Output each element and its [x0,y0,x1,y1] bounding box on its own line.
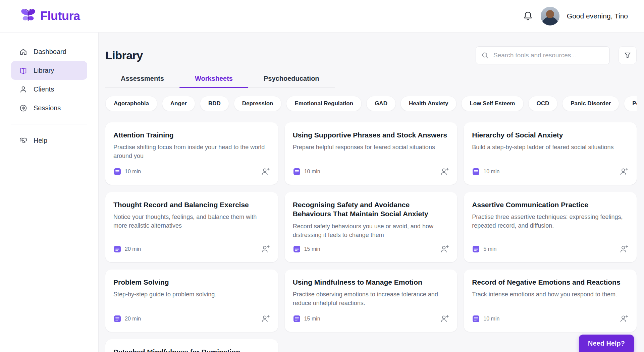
card-duration: 15 min [304,316,320,322]
card-assertive-communication-practice[interactable]: Assertive Communication Practice Practis… [464,192,637,262]
card-description: Prepare helpful responses for feared soc… [293,143,449,152]
assign-client-button[interactable] [261,314,270,324]
card-detached-mindfulness-for-rumination[interactable]: Detached Mindfulness for Rumination [105,339,278,352]
assign-client-button[interactable] [440,167,449,176]
filter-chip-perfectionism[interactable]: Perfectionism [624,96,637,111]
home-icon [19,48,28,56]
tab-assessments[interactable]: Assessments [105,74,179,87]
need-help-button[interactable]: Need Help? [579,335,634,352]
filter-chip-ocd[interactable]: OCD [528,96,558,111]
tab-label: Psychoeducation [264,75,319,82]
card-description: Practise observing emotions to increase … [293,290,449,307]
filter-chip-row: Agoraphobia Anger BDD Depression Emotion… [105,96,637,111]
card-hierarchy-of-social-anxiety[interactable]: Hierarchy of Social Anxiety Build a step… [464,122,637,185]
card-recognising-safety-and-avoidance-behaviours-that-maintain-social-anxiety[interactable]: Recognising Safety and Avoidance Behavio… [285,192,458,262]
tab-label: Worksheets [195,75,233,82]
card-record-of-negative-emotions-and-reactions[interactable]: Record of Negative Emotions and Reaction… [464,270,637,332]
card-duration: 15 min [304,246,320,252]
sidebar-item-clients[interactable]: Clients [11,80,87,99]
card-description: Notice your thoughts, feelings, and bala… [113,213,270,230]
tab-label: Assessments [121,75,164,82]
card-title: Attention Training [113,130,270,139]
card-title: Assertive Communication Practice [472,200,629,209]
assign-client-button[interactable] [440,314,449,324]
worksheet-doc-icon [472,168,480,176]
card-description: Build a step-by-step ladder of feared so… [472,143,629,152]
assign-client-button[interactable] [619,314,629,324]
sidebar-item-label: Clients [34,85,54,93]
card-title: Recognising Safety and Avoidance Behavio… [293,200,449,219]
card-duration: 5 min [483,246,496,252]
search-icon [481,51,489,59]
sidebar-item-label: Library [34,67,54,74]
sidebar-divider [11,124,87,124]
filter-funnel-icon [624,51,632,59]
card-description: Record safety behaviours you use or avoi… [293,222,449,239]
sidebar-item-label: Dashboard [34,48,66,56]
person-add-icon [261,244,270,254]
filter-chip-health-anxiety[interactable]: Health Anxiety [400,96,457,111]
card-description: Practise shifting focus from inside your… [113,143,270,160]
filter-chip-emotional-regulation[interactable]: Emotional Regulation [286,96,362,111]
card-grid: Attention Training Practise shifting foc… [105,122,637,352]
person-add-icon [440,244,449,254]
filter-chip-gad[interactable]: GAD [366,96,396,111]
filter-chip-depression[interactable]: Depression [234,96,282,111]
sidebar-item-label: Sessions [34,104,61,112]
sidebar-item-dashboard[interactable]: Dashboard [11,42,87,61]
sidebar: Dashboard Library Clients Sessions Help [0,33,99,352]
sidebar-item-help[interactable]: Help [11,131,87,150]
card-title: Using Supportive Phrases and Stock Answe… [293,130,449,139]
card-using-supportive-phrases-and-stock-answers[interactable]: Using Supportive Phrases and Stock Answe… [285,122,458,185]
card-title: Problem Solving [113,278,270,287]
person-add-icon [261,167,270,176]
filter-chip-anger[interactable]: Anger [162,96,195,111]
filter-chip-agoraphobia[interactable]: Agoraphobia [105,96,157,111]
card-problem-solving[interactable]: Problem Solving Step-by-step guide to pr… [105,270,278,332]
filter-chip-low-self-esteem[interactable]: Low Self Esteem [461,96,523,111]
card-thought-record-and-balancing-exercise[interactable]: Thought Record and Balancing Exercise No… [105,192,278,262]
person-add-icon [619,244,629,254]
avatar[interactable] [541,7,559,25]
card-title: Thought Record and Balancing Exercise [113,200,270,209]
search-input[interactable] [476,46,610,64]
person-add-icon [619,314,629,324]
main-content: Library Assessments [99,33,644,352]
notifications-bell-icon[interactable] [523,11,533,21]
assign-client-button[interactable] [261,167,270,176]
page-title: Library [105,49,143,62]
worksheet-doc-icon [293,245,301,253]
person-add-icon [440,167,449,176]
filter-button[interactable] [619,46,637,64]
sidebar-item-label: Help [34,137,47,144]
filter-chip-panic-disorder[interactable]: Panic Disorder [562,96,619,111]
assign-client-button[interactable] [440,244,449,254]
card-title: Detached Mindfulness for Rumination [113,347,270,352]
card-title: Hierarchy of Social Anxiety [472,130,629,139]
worksheet-doc-icon [293,315,301,323]
brand-name: Flutura [40,9,80,23]
sessions-icon [19,104,28,112]
sidebar-item-library[interactable]: Library [11,61,87,80]
assign-client-button[interactable] [619,167,629,176]
card-attention-training[interactable]: Attention Training Practise shifting foc… [105,122,278,185]
card-description: Track intense emotions and how you respo… [472,290,629,299]
card-duration: 10 min [483,316,499,322]
card-using-mindfulness-to-manage-emotion[interactable]: Using Mindfulness to Manage Emotion Prac… [285,270,458,332]
card-duration: 10 min [304,169,320,175]
user-icon [19,85,28,94]
filter-chip-bdd[interactable]: BDD [200,96,229,111]
butterfly-icon [19,7,37,25]
tab-psychoeducation[interactable]: Psychoeducation [248,74,335,87]
card-title: Using Mindfulness to Manage Emotion [293,278,449,287]
sidebar-footer-nav: Help [0,131,98,150]
assign-client-button[interactable] [619,244,629,254]
assign-client-button[interactable] [261,244,270,254]
tab-bar: Assessments Worksheets Psychoeducation [105,74,335,88]
worksheet-doc-icon [113,168,121,176]
card-duration: 20 min [125,316,141,322]
card-duration: 10 min [483,169,499,175]
sidebar-item-sessions[interactable]: Sessions [11,99,87,117]
worksheet-doc-icon [472,315,480,323]
tab-worksheets[interactable]: Worksheets [179,74,248,87]
